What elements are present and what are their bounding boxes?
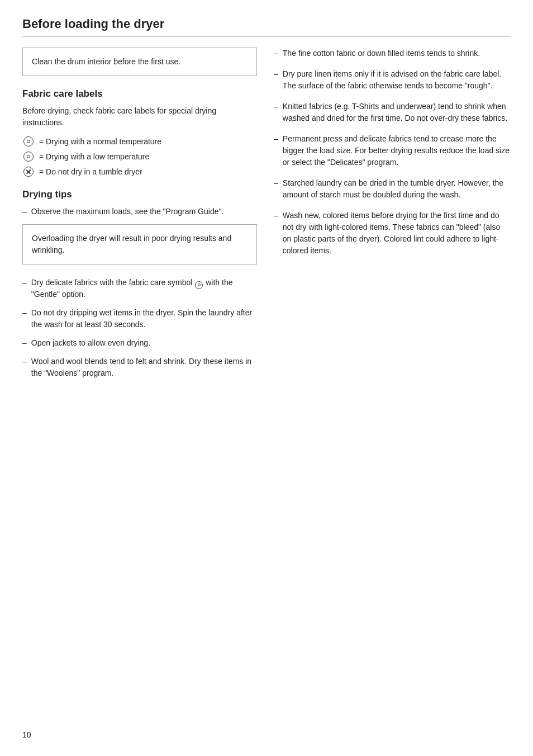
page-title: Before loading the dryer (22, 17, 511, 36)
list-item: – Starched laundry can be dried in the t… (274, 177, 511, 201)
no-tumble-icon (22, 166, 35, 178)
notice-box-first-use: Clean the drum interior before the first… (22, 48, 257, 76)
right-column: – The fine cotton fabric or down filled … (274, 48, 511, 386)
normal-temp-icon (22, 135, 35, 148)
gentle-icon (194, 281, 203, 290)
page-number: 10 (22, 730, 31, 739)
dash-icon: – (22, 206, 27, 218)
drying-tips-list-top: – Observe the maximum loads, see the "Pr… (22, 206, 257, 218)
right-tip-cotton: The fine cotton fabric or down filled it… (283, 48, 480, 59)
dash-icon: – (274, 133, 278, 168)
list-item: – Wool and wool blends tend to felt and … (22, 356, 257, 379)
notice-box-overloading: Overloading the dryer will result in poo… (22, 224, 257, 264)
no-tumble-label: = Do not dry in a tumble dryer (39, 166, 142, 178)
fabric-icon-normal-temp: = Drying with a normal temperature (22, 135, 257, 148)
list-item: – Permanent press and delicate fabrics t… (274, 133, 511, 168)
right-tip-knitted: Knitted fabrics (e.g. T-Shirts and under… (283, 101, 511, 124)
fabric-care-title: Fabric care labels (22, 88, 257, 100)
drying-tips-section: Drying tips – Observe the maximum loads,… (22, 189, 257, 379)
tip-observe-loads: Observe the maximum loads, see the "Prog… (31, 206, 224, 218)
fabric-icon-list: = Drying with a normal temperature = Dry… (22, 135, 257, 178)
dash-icon: – (274, 48, 278, 59)
dash-icon: – (22, 277, 27, 300)
right-tip-linen: Dry pure linen items only if it is advis… (283, 68, 511, 92)
dash-icon: – (274, 101, 278, 124)
list-item: – Dry delicate fabrics with the fabric c… (22, 277, 257, 300)
right-tip-starched: Starched laundry can be dried in the tum… (283, 177, 511, 201)
right-tips-list: – The fine cotton fabric or down filled … (274, 48, 511, 257)
list-item: – Do not dry dripping wet items in the d… (22, 307, 257, 330)
list-item: – Observe the maximum loads, see the "Pr… (22, 206, 257, 218)
tip-open-jackets: Open jackets to allow even drying. (31, 337, 150, 349)
right-tip-colored: Wash new, colored items before drying fo… (283, 210, 511, 257)
list-item: – Dry pure linen items only if it is adv… (274, 68, 511, 92)
drying-tips-title: Drying tips (22, 189, 257, 200)
tip-no-drip: Do not dry dripping wet items in the dry… (31, 307, 257, 330)
dash-icon: – (22, 356, 27, 379)
low-temp-label: = Drying with a low temperature (39, 151, 149, 163)
fabric-icon-low-temp: = Drying with a low temperature (22, 150, 257, 163)
fabric-care-intro: Before drying, check fabric care labels … (22, 105, 257, 129)
list-item: – Knitted fabrics (e.g. T-Shirts and und… (274, 101, 511, 124)
list-item: – The fine cotton fabric or down filled … (274, 48, 511, 59)
list-item: – Wash new, colored items before drying … (274, 210, 511, 257)
right-tip-permanent-press: Permanent press and delicate fabrics ten… (283, 133, 511, 168)
drying-tips-list-bottom: – Dry delicate fabrics with the fabric c… (22, 277, 257, 379)
tip-delicate: Dry delicate fabrics with the fabric car… (31, 277, 257, 300)
fabric-icon-no-tumble: = Do not dry in a tumble dryer (22, 166, 257, 178)
dash-icon: – (22, 307, 27, 330)
low-temp-icon (22, 150, 35, 163)
normal-temp-label: = Drying with a normal temperature (39, 136, 161, 148)
list-item: – Open jackets to allow even drying. (22, 337, 257, 349)
dash-icon: – (274, 210, 278, 257)
dash-icon: – (22, 337, 27, 349)
tip-wool: Wool and wool blends tend to felt and sh… (31, 356, 257, 379)
dash-icon: – (274, 177, 278, 201)
left-column: Clean the drum interior before the first… (22, 48, 257, 386)
fabric-care-labels-section: Fabric care labels Before drying, check … (22, 88, 257, 178)
dash-icon: – (274, 68, 278, 92)
